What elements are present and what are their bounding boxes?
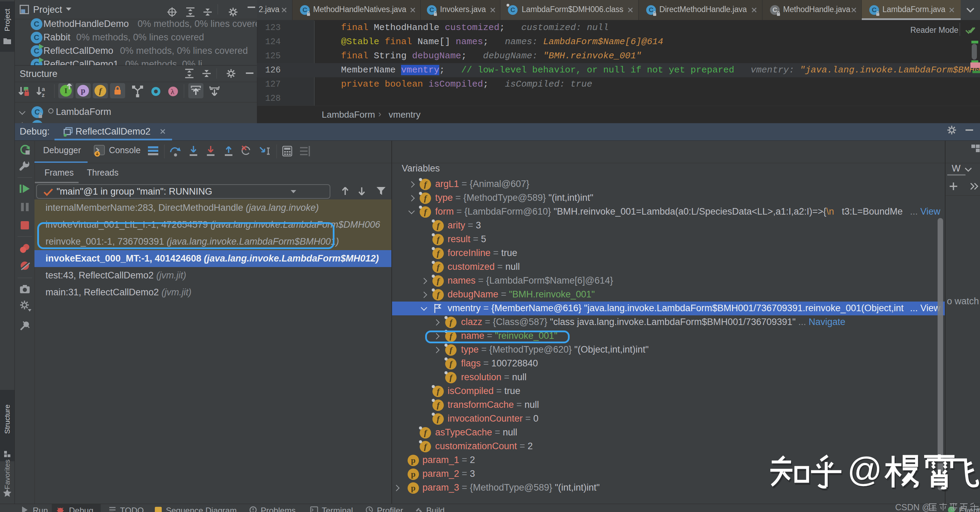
svg-text:λ: λ bbox=[171, 87, 175, 96]
svg-text:@: @ bbox=[847, 450, 882, 489]
svg-text:z: z bbox=[42, 92, 45, 98]
